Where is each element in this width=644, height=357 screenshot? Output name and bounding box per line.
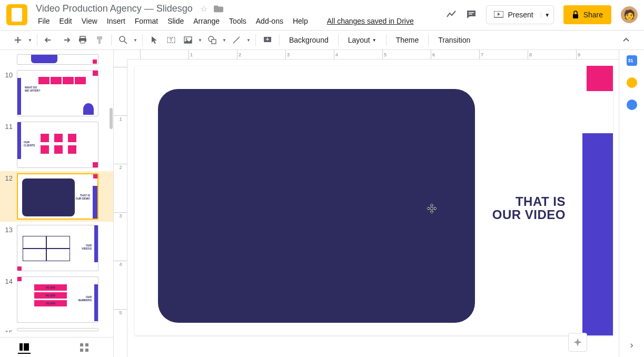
save-status[interactable]: All changes saved in Drive — [323, 15, 418, 27]
menu-tools[interactable]: Tools — [225, 15, 251, 27]
shape-tool[interactable] — [205, 33, 220, 47]
print-button[interactable] — [75, 33, 90, 47]
comment-button[interactable]: + — [260, 33, 275, 47]
separator — [279, 34, 280, 46]
star-icon[interactable]: ☆ — [200, 4, 207, 14]
svg-rect-3 — [573, 14, 578, 18]
separator — [386, 34, 387, 46]
menu-view[interactable]: View — [77, 15, 102, 27]
present-icon — [494, 11, 503, 18]
ruler-tick — [114, 67, 127, 68]
layout-button[interactable]: Layout▼ — [343, 34, 382, 46]
new-slide-dropdown[interactable]: ▼ — [27, 38, 33, 43]
image-tool[interactable] — [181, 33, 195, 47]
calendar-icon[interactable] — [627, 55, 637, 66]
line-tool[interactable] — [229, 33, 244, 47]
redo-button[interactable] — [58, 33, 73, 47]
scrollbar-handle[interactable] — [110, 108, 113, 129]
slide-thumb-12[interactable]: 12 THAT IS OUR DEMO — [0, 171, 113, 222]
collapse-toolbar-icon[interactable] — [619, 33, 633, 47]
slides-logo[interactable] — [6, 4, 27, 25]
slide-canvas[interactable]: THAT IS OUR VIDEO — [135, 66, 613, 335]
slide-text-line1: THAT IS — [492, 195, 566, 208]
header-right: Present ▼ Share 🧑 — [446, 5, 638, 24]
move-folder-icon[interactable] — [214, 4, 223, 13]
image-dropdown[interactable]: ▼ — [197, 38, 203, 43]
textbox-tool[interactable]: T — [164, 33, 179, 47]
menu-format[interactable]: Format — [131, 15, 162, 27]
ruler-tick: 6 — [431, 50, 435, 60]
filmstrip-scrollbar[interactable] — [109, 50, 113, 357]
ruler-horizontal[interactable]: 1 2 3 4 5 6 7 8 9 — [127, 50, 619, 60]
ruler-tick — [140, 50, 142, 60]
activity-icon[interactable] — [446, 9, 457, 20]
slide-thumb-13[interactable]: 13 OUR VIDEOS — [0, 223, 113, 273]
title-row: Video Production Agency — Slidesgo ☆ — [34, 2, 418, 15]
menu-arrange[interactable]: Arrange — [189, 15, 224, 27]
svg-rect-18 — [19, 343, 23, 351]
thumb-stat: 80,000 — [34, 292, 67, 299]
select-tool[interactable] — [147, 33, 162, 47]
menu-help[interactable]: Help — [289, 15, 312, 27]
new-slide-button[interactable] — [11, 33, 25, 47]
hide-sidepanel-icon[interactable]: › — [630, 340, 633, 351]
line-dropdown[interactable]: ▼ — [246, 38, 251, 43]
shape-dropdown[interactable]: ▼ — [222, 38, 227, 43]
svg-rect-15 — [212, 39, 216, 44]
slide-thumb-11[interactable]: 11 OUR CLIENTS — [0, 120, 113, 170]
slide-text[interactable]: THAT IS OUR VIDEO — [492, 195, 566, 221]
paint-format-button[interactable] — [92, 33, 107, 47]
slide-thumb-14[interactable]: 14 50,000 80,000 20,000 OUR NUMBERS — [0, 274, 113, 325]
separator — [37, 34, 37, 46]
account-avatar[interactable]: 🧑 — [621, 6, 638, 23]
grid-view-icon[interactable] — [78, 341, 91, 354]
keep-icon[interactable] — [627, 77, 637, 88]
shape-purple-bar[interactable] — [582, 133, 613, 335]
svg-rect-6 — [81, 41, 85, 43]
separator — [428, 34, 429, 46]
slide-thumb-9[interactable] — [0, 52, 113, 67]
tasks-icon[interactable] — [627, 100, 637, 110]
shape-pink-square[interactable] — [587, 66, 613, 91]
separator — [111, 34, 112, 46]
zoom-dropdown[interactable]: ▼ — [133, 38, 138, 43]
background-button[interactable]: Background — [284, 34, 334, 46]
menu-insert[interactable]: Insert — [103, 15, 130, 27]
ruler-tick: 2 — [114, 164, 127, 170]
menu-file[interactable]: File — [34, 15, 54, 27]
thumb-text: OUR NUMBERS — [78, 296, 92, 302]
theme-button[interactable]: Theme — [391, 34, 424, 46]
transition-button[interactable]: Transition — [433, 34, 475, 46]
zoom-button[interactable] — [116, 33, 131, 47]
side-panel: › — [619, 50, 644, 357]
svg-rect-7 — [97, 36, 102, 39]
filmstrip-panel[interactable]: 10 WHAT DO WE OFFER? 11 OUR CLIENTS — [0, 50, 114, 357]
ruler-tick: 5 — [114, 309, 127, 315]
ruler-tick: 1 — [114, 115, 127, 122]
slide-thumb-15[interactable]: 15 — [0, 326, 113, 332]
filmstrip-view-icon[interactable] — [18, 341, 31, 354]
svg-rect-1 — [469, 14, 472, 15]
comments-icon[interactable] — [466, 9, 477, 20]
svg-rect-19 — [24, 343, 29, 351]
slide-thumb-10[interactable]: 10 WHAT DO WE OFFER? — [0, 68, 113, 118]
present-dropdown[interactable]: ▼ — [541, 12, 553, 18]
title-block: Video Production Agency — Slidesgo ☆ Fil… — [34, 2, 418, 27]
explore-button[interactable] — [568, 333, 587, 352]
ruler-tick: 8 — [528, 50, 532, 60]
present-main[interactable]: Present — [487, 11, 540, 19]
svg-point-9 — [120, 36, 125, 42]
present-button[interactable]: Present ▼ — [486, 5, 553, 24]
slide-number: 13 — [3, 225, 17, 271]
svg-point-13 — [186, 38, 187, 40]
separator — [142, 34, 143, 46]
ruler-vertical[interactable]: 1 2 3 4 5 — [114, 60, 127, 357]
document-title[interactable]: Video Production Agency — Slidesgo — [34, 3, 195, 15]
menu-slide[interactable]: Slide — [163, 15, 188, 27]
menu-edit[interactable]: Edit — [55, 15, 76, 27]
undo-button[interactable] — [42, 33, 56, 47]
ruler-tick: 1 — [189, 50, 193, 60]
main-area: 10 WHAT DO WE OFFER? 11 OUR CLIENTS — [0, 50, 644, 357]
share-button[interactable]: Share — [563, 5, 611, 24]
menu-addons[interactable]: Add-ons — [252, 15, 288, 27]
